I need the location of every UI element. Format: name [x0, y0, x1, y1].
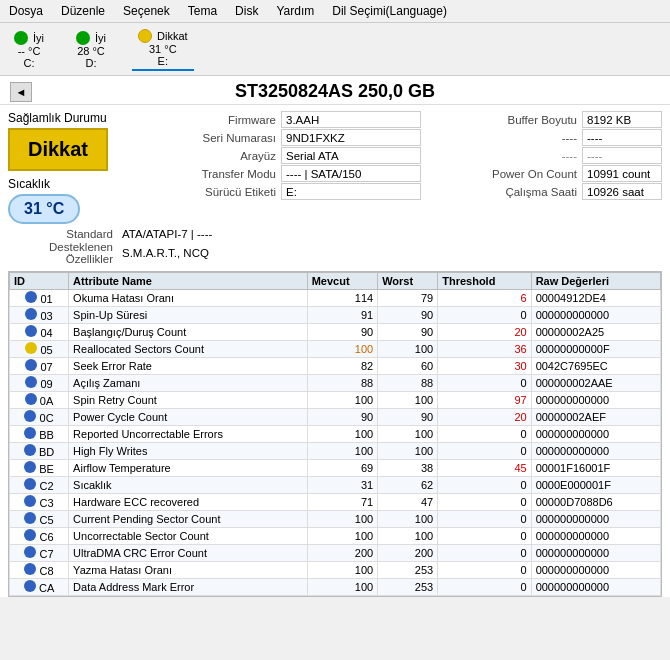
cell-mevcut: 100 — [307, 562, 377, 579]
status-icon-e — [138, 29, 152, 43]
cell-mevcut: 100 — [307, 528, 377, 545]
cell-raw: 000000000000 — [531, 443, 660, 460]
cell-mevcut: 69 — [307, 460, 377, 477]
cell-id: 03 — [10, 307, 69, 324]
cell-id: BE — [10, 460, 69, 477]
menu-yardim[interactable]: Yardım — [273, 3, 317, 19]
col-header-name: Attribute Name — [69, 273, 308, 290]
working-label: Çalışma Saati — [472, 186, 582, 198]
transfer-label: Transfer Modu — [171, 168, 281, 180]
drive-tab-d[interactable]: İyi 28 °C D: — [70, 29, 112, 71]
menu-duzenle[interactable]: Düzenle — [58, 3, 108, 19]
cell-mevcut: 90 — [307, 324, 377, 341]
table-row: 01 Okuma Hatası Oranı 114 79 6 00004912D… — [10, 290, 661, 307]
cell-id: C3 — [10, 494, 69, 511]
col-header-mevcut: Mevcut — [307, 273, 377, 290]
power-on-value: 10991 count — [582, 165, 662, 182]
temp-badge: 31 °C — [8, 194, 80, 224]
cell-id: 09 — [10, 375, 69, 392]
disk-title: ST3250824AS 250,0 GB — [235, 81, 435, 102]
cell-worst: 100 — [378, 341, 438, 358]
cell-id: C8 — [10, 562, 69, 579]
drive-c-label: İyi — [33, 32, 44, 44]
cell-worst: 100 — [378, 443, 438, 460]
cell-worst: 79 — [378, 290, 438, 307]
table-row: BB Reported Uncorrectable Errors 100 100… — [10, 426, 661, 443]
cell-mevcut: 100 — [307, 341, 377, 358]
cell-id: C5 — [10, 511, 69, 528]
cell-mevcut: 114 — [307, 290, 377, 307]
driver-row: Sürücü Etiketi E: — [171, 183, 464, 200]
col-header-raw: Raw Değerleri — [531, 273, 660, 290]
health-badge: Dikkat — [8, 128, 108, 171]
cell-worst: 90 — [378, 324, 438, 341]
menu-tema[interactable]: Tema — [185, 3, 220, 19]
cell-name: Airflow Temperature — [69, 460, 308, 477]
cell-id: 05 — [10, 341, 69, 358]
menu-language[interactable]: Dil Seçimi(Language) — [329, 3, 450, 19]
table-row: 09 Açılış Zamanı 88 88 0 000000002AAE — [10, 375, 661, 392]
cell-threshold: 45 — [438, 460, 531, 477]
smart-table-container: ID Attribute Name Mevcut Worst Threshold… — [8, 271, 662, 597]
cell-raw: 000000000000 — [531, 307, 660, 324]
cell-name: Yazma Hatası Oranı — [69, 562, 308, 579]
cell-id: CA — [10, 579, 69, 596]
table-row: BE Airflow Temperature 69 38 45 00001F16… — [10, 460, 661, 477]
table-row: 0A Spin Retry Count 100 100 97 000000000… — [10, 392, 661, 409]
drive-c-temp: -- °C — [18, 45, 41, 57]
cell-threshold: 97 — [438, 392, 531, 409]
menu-dosya[interactable]: Dosya — [6, 3, 46, 19]
cell-id: 01 — [10, 290, 69, 307]
standard-row: Standard ATA/ATAPI-7 | ---- — [8, 228, 662, 240]
interface-label: Arayüz — [171, 150, 281, 162]
back-button[interactable]: ◄ — [10, 82, 32, 102]
cell-mevcut: 88 — [307, 375, 377, 392]
drive-tab-c[interactable]: İyi -- °C C: — [8, 29, 50, 71]
cell-worst: 200 — [378, 545, 438, 562]
row-status-icon — [25, 376, 37, 388]
dash1-row: ---- ---- — [472, 129, 662, 146]
menu-disk[interactable]: Disk — [232, 3, 261, 19]
features-row: Desteklenen Özellikler S.M.A.R.T., NCQ — [8, 241, 662, 265]
cell-raw: 00001F16001F — [531, 460, 660, 477]
cell-raw: 000000000000 — [531, 579, 660, 596]
menu-secenek[interactable]: Seçenek — [120, 3, 173, 19]
cell-raw: 000000000000 — [531, 545, 660, 562]
drive-tab-e[interactable]: Dikkat 31 °C E: — [132, 27, 194, 71]
cell-threshold: 0 — [438, 375, 531, 392]
cell-raw: 000000000000 — [531, 528, 660, 545]
table-row: C5 Current Pending Sector Count 100 100 … — [10, 511, 661, 528]
interface-value: Serial ATA — [281, 147, 421, 164]
cell-id: BB — [10, 426, 69, 443]
cell-threshold: 0 — [438, 426, 531, 443]
drive-e-label: Dikkat — [157, 30, 188, 42]
power-on-row: Power On Count 10991 count — [472, 165, 662, 182]
cell-raw: 000000000000 — [531, 426, 660, 443]
cell-worst: 100 — [378, 528, 438, 545]
cell-id: 04 — [10, 324, 69, 341]
cell-raw: 0000E000001F — [531, 477, 660, 494]
dash3-label: ---- — [472, 150, 582, 162]
cell-id: C6 — [10, 528, 69, 545]
cell-name: UltraDMA CRC Error Count — [69, 545, 308, 562]
cell-worst: 88 — [378, 375, 438, 392]
table-row: C3 Hardware ECC recovered 71 47 0 00000D… — [10, 494, 661, 511]
cell-name: Seek Error Rate — [69, 358, 308, 375]
transfer-row: Transfer Modu ---- | SATA/150 — [171, 165, 464, 182]
dash1-label: ---- — [472, 132, 582, 144]
transfer-value: ---- | SATA/150 — [281, 165, 421, 182]
cell-mevcut: 100 — [307, 392, 377, 409]
cell-raw: 000000000000 — [531, 562, 660, 579]
firmware-label: Firmware — [171, 114, 281, 126]
table-row: BD High Fly Writes 100 100 0 00000000000… — [10, 443, 661, 460]
cell-worst: 253 — [378, 562, 438, 579]
cell-mevcut: 71 — [307, 494, 377, 511]
cell-id: 0C — [10, 409, 69, 426]
serial-label: Seri Numarası — [171, 132, 281, 144]
row-status-icon — [24, 444, 36, 456]
firmware-row: Firmware 3.AAH — [171, 111, 464, 128]
cell-mevcut: 82 — [307, 358, 377, 375]
col-header-worst: Worst — [378, 273, 438, 290]
drive-c-id: C: — [24, 57, 35, 69]
cell-name: Reallocated Sectors Count — [69, 341, 308, 358]
